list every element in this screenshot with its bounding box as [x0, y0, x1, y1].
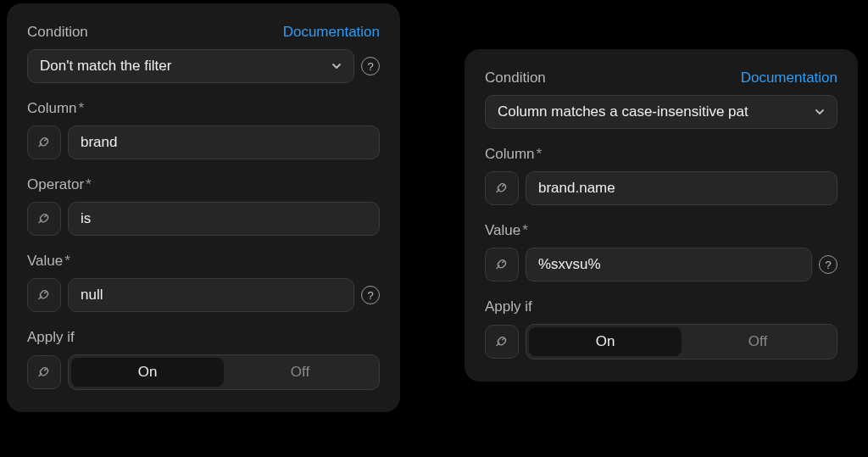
- apply-if-label: Apply if: [485, 298, 837, 315]
- apply-if-toggle[interactable]: On Off: [526, 324, 837, 359]
- apply-if-label: Apply if: [27, 329, 380, 346]
- condition-label: Condition: [27, 24, 88, 41]
- apply-if-plug-button[interactable]: [485, 325, 519, 359]
- condition-select-value: Column matches a case-insensitive pat: [498, 103, 808, 120]
- value-plug-button[interactable]: [27, 278, 61, 312]
- filter-panel-right: Condition Documentation Column matches a…: [465, 49, 858, 382]
- apply-if-toggle[interactable]: On Off: [68, 354, 380, 390]
- value-input[interactable]: [526, 248, 812, 281]
- plug-icon: [36, 135, 52, 150]
- plug-icon: [494, 181, 509, 196]
- toggle-off[interactable]: Off: [224, 358, 376, 387]
- column-input[interactable]: [68, 125, 380, 159]
- value-plug-button[interactable]: [485, 248, 519, 281]
- column-label: Column*: [485, 146, 837, 163]
- value-label: Value*: [485, 222, 837, 239]
- condition-label: Condition: [485, 70, 546, 86]
- condition-help-icon[interactable]: ?: [361, 57, 380, 75]
- filter-panel-left: Condition Documentation Don't match the …: [7, 3, 400, 412]
- plug-icon: [494, 257, 509, 272]
- condition-select[interactable]: Column matches a case-insensitive pat: [485, 95, 837, 129]
- documentation-link[interactable]: Documentation: [741, 70, 837, 86]
- value-input[interactable]: [68, 278, 354, 312]
- column-input[interactable]: [526, 171, 837, 205]
- plug-icon: [36, 287, 52, 303]
- value-help-icon[interactable]: ?: [361, 286, 380, 304]
- column-plug-button[interactable]: [27, 125, 61, 159]
- value-label: Value*: [27, 253, 380, 270]
- condition-header: Condition Documentation: [27, 24, 380, 41]
- apply-if-plug-button[interactable]: [27, 355, 61, 389]
- toggle-on[interactable]: On: [71, 358, 224, 387]
- operator-label: Operator*: [27, 176, 380, 193]
- plug-icon: [36, 365, 52, 380]
- operator-plug-button[interactable]: [27, 202, 61, 236]
- operator-input[interactable]: [68, 202, 380, 236]
- condition-select-value: Don't match the filter: [40, 58, 325, 75]
- toggle-on[interactable]: On: [529, 327, 682, 356]
- column-label: Column*: [27, 100, 380, 117]
- plug-icon: [494, 334, 509, 349]
- chevron-down-icon: [815, 107, 825, 117]
- condition-header: Condition Documentation: [485, 70, 837, 86]
- documentation-link[interactable]: Documentation: [283, 24, 380, 41]
- chevron-down-icon: [331, 61, 342, 71]
- condition-select[interactable]: Don't match the filter: [27, 49, 354, 83]
- value-help-icon[interactable]: ?: [819, 255, 837, 274]
- toggle-off[interactable]: Off: [682, 327, 834, 356]
- plug-icon: [36, 211, 52, 226]
- column-plug-button[interactable]: [485, 171, 519, 205]
